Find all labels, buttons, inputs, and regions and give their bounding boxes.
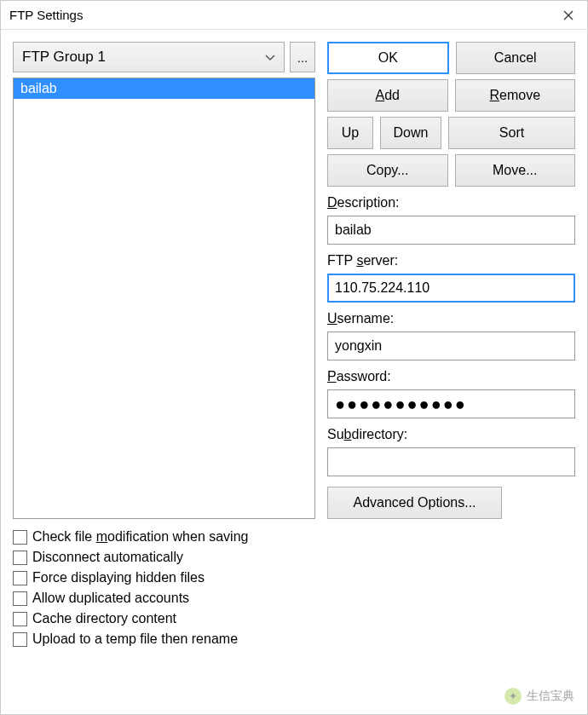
checkbox-icon <box>13 551 27 565</box>
group-combobox[interactable]: FTP Group 1 <box>13 42 285 72</box>
watermark-text: 生信宝典 <box>527 689 574 704</box>
advanced-options-button[interactable]: Advanced Options... <box>327 487 502 519</box>
check-cache-directory[interactable]: Cache directory content <box>13 611 575 626</box>
check-hidden-files[interactable]: Force displaying hidden files <box>13 570 575 585</box>
checkbox-icon <box>13 612 27 626</box>
watermark: ✦ 生信宝典 <box>504 688 574 705</box>
server-input[interactable] <box>327 274 575 303</box>
down-button[interactable]: Down <box>380 117 441 149</box>
cancel-button[interactable]: Cancel <box>456 42 576 74</box>
move-button[interactable]: Move... <box>455 154 576 187</box>
checkbox-icon <box>13 591 27 606</box>
checkbox-icon <box>13 632 27 647</box>
sort-button[interactable]: Sort <box>448 117 575 149</box>
checkbox-icon <box>13 530 27 545</box>
check-disconnect-auto[interactable]: Disconnect automatically <box>13 550 575 565</box>
add-button[interactable]: Add <box>327 79 448 112</box>
server-label: FTP server: <box>327 253 575 268</box>
close-icon[interactable] <box>556 3 580 27</box>
subdirectory-label: Subdirectory: <box>327 427 575 442</box>
group-selected: FTP Group 1 <box>22 49 106 66</box>
chevron-down-icon <box>265 49 275 66</box>
content-area: FTP Group 1 ... bailab OK <box>1 30 587 714</box>
list-item[interactable]: bailab <box>14 78 314 99</box>
subdirectory-input[interactable] <box>327 447 575 476</box>
ftp-settings-window: FTP Settings FTP Group 1 ... <box>0 0 588 715</box>
username-label: Username: <box>327 311 575 326</box>
ok-button[interactable]: OK <box>327 42 449 74</box>
copy-button[interactable]: Copy... <box>327 154 448 187</box>
group-ellipsis-button[interactable]: ... <box>290 42 315 72</box>
check-upload-temp[interactable]: Upload to a temp file then rename <box>13 631 575 647</box>
check-duplicated-accounts[interactable]: Allow duplicated accounts <box>13 591 575 606</box>
password-input[interactable]: ●●●●●●●●●●● <box>327 389 575 418</box>
titlebar: FTP Settings <box>1 1 587 30</box>
password-label: Password: <box>327 369 575 384</box>
description-input[interactable] <box>327 216 575 245</box>
watermark-icon: ✦ <box>504 688 522 705</box>
description-label: Description: <box>327 195 575 210</box>
window-title: FTP Settings <box>9 8 556 22</box>
checkbox-group: Check file modification when saving Disc… <box>13 529 575 647</box>
remove-button[interactable]: Remove <box>455 79 576 112</box>
check-file-modification[interactable]: Check file modification when saving <box>13 529 575 545</box>
checkbox-icon <box>13 571 27 585</box>
username-input[interactable] <box>327 332 575 360</box>
account-listbox[interactable]: bailab <box>13 78 315 519</box>
up-button[interactable]: Up <box>327 117 373 149</box>
